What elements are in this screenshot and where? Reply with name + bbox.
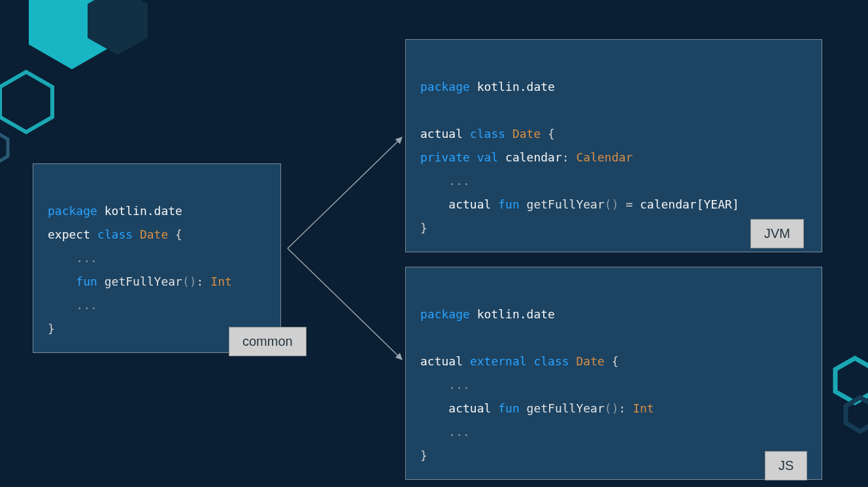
- token: :: [197, 275, 211, 288]
- token: package: [420, 307, 470, 321]
- token: calendar: [498, 150, 562, 164]
- token: (): [605, 197, 619, 211]
- token: actual: [448, 401, 491, 415]
- token: Int: [210, 275, 232, 288]
- token: actual: [420, 127, 463, 141]
- token: kotlin.date: [470, 80, 555, 93]
- token: fun: [498, 197, 520, 211]
- token: fun: [498, 401, 520, 415]
- token: ...: [420, 425, 470, 439]
- svg-marker-3: [0, 131, 8, 165]
- token: class: [97, 227, 133, 241]
- token: ...: [420, 378, 470, 392]
- label-common: common: [229, 327, 307, 356]
- token: actual: [448, 197, 491, 211]
- label-jvm: JVM: [750, 219, 804, 248]
- token: private: [420, 150, 470, 164]
- token: ...: [48, 251, 97, 265]
- token: expect: [48, 227, 90, 241]
- svg-marker-4: [835, 358, 868, 403]
- svg-marker-5: [846, 397, 868, 431]
- token: }: [420, 221, 427, 235]
- token: (): [605, 401, 619, 415]
- token: external: [470, 354, 527, 368]
- code-box-common: package kotlin.date expect class Date { …: [33, 163, 281, 353]
- token: Calendar: [576, 150, 633, 164]
- token: package: [48, 204, 97, 218]
- token: Int: [633, 401, 654, 415]
- token: kotlin.date: [470, 307, 555, 321]
- token: Date: [576, 354, 604, 368]
- token: (): [182, 275, 197, 288]
- token: }: [420, 448, 427, 462]
- token: {: [541, 127, 555, 141]
- token: ...: [420, 174, 470, 188]
- label-js: JS: [765, 451, 807, 480]
- token: Date: [140, 227, 168, 241]
- svg-marker-0: [29, 0, 115, 69]
- token: fun: [76, 275, 97, 288]
- token: getFullYear: [520, 197, 605, 211]
- token: {: [168, 227, 182, 241]
- token: {: [605, 354, 619, 368]
- token: [420, 331, 427, 344]
- token: =: [618, 197, 640, 211]
- token: Date: [512, 127, 541, 141]
- token: kotlin.date: [97, 204, 182, 218]
- code-box-js: package kotlin.date actual external clas…: [405, 267, 822, 480]
- token: calendar[YEAR]: [640, 197, 739, 211]
- token: [420, 103, 427, 117]
- svg-marker-2: [0, 72, 52, 132]
- svg-marker-1: [88, 0, 148, 55]
- token: actual: [420, 354, 463, 368]
- token: getFullYear: [97, 275, 182, 288]
- token: :: [618, 401, 633, 415]
- token: :: [562, 150, 576, 164]
- token: ...: [48, 298, 97, 312]
- svg-line-6: [288, 137, 402, 248]
- token: package: [420, 80, 470, 93]
- token: getFullYear: [520, 401, 605, 415]
- token: class: [470, 127, 505, 141]
- token: class: [533, 354, 569, 368]
- token: }: [48, 322, 55, 335]
- token: val: [477, 150, 499, 164]
